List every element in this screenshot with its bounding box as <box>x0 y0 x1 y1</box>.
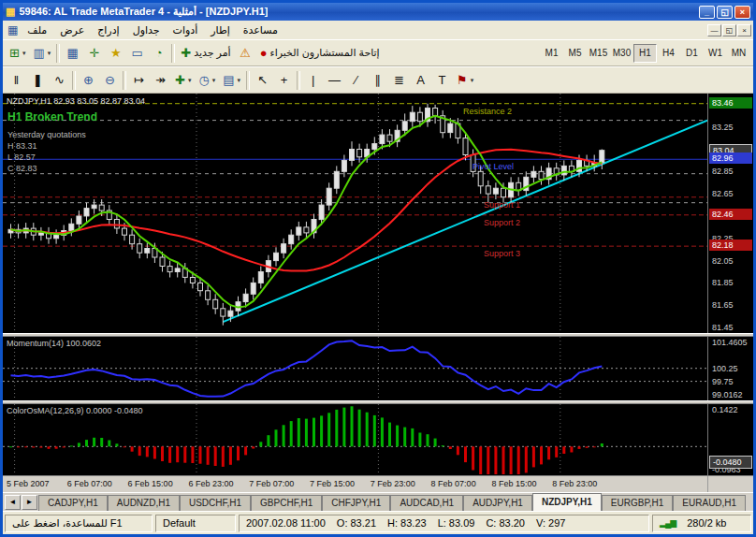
tab-audcad-h1[interactable]: AUDCAD,H1 <box>390 495 463 511</box>
arrows-button[interactable]: ⚑▾ <box>453 70 477 91</box>
tab-cadjpy-h1[interactable]: CADJPY,H1 <box>38 495 108 511</box>
expert-advisors-button[interactable]: ● إتاحة المستشارون الخبراء <box>256 43 384 64</box>
tab-audnzd-h1[interactable]: AUDNZD,H1 <box>108 495 180 511</box>
timeframe-d1-button[interactable]: D1 <box>680 44 704 63</box>
trendline-button[interactable]: ∕ <box>345 70 367 91</box>
new-order-button[interactable]: ✚ أمر جديد <box>177 43 234 64</box>
dropdown-arrow-icon: ▾ <box>48 50 51 57</box>
timeframe-h4-button[interactable]: H4 <box>657 44 680 63</box>
time-axis-label: 8 Feb 15:00 <box>491 479 536 488</box>
toolbar-separator <box>56 44 60 63</box>
profiles-button[interactable]: ▥▾ <box>29 43 54 64</box>
support-price-marker: 82.18 <box>709 239 752 251</box>
menu-item-0[interactable]: ملف <box>21 23 53 37</box>
time-axis-label: 6 Feb 15:00 <box>128 479 173 488</box>
time-axis-label: 5 Feb 2007 <box>7 479 50 488</box>
line-chart-button[interactable]: ∿ <box>49 70 70 91</box>
connection-traffic: 280/2 kb <box>687 517 726 529</box>
bar-chart-button[interactable]: ‖ <box>6 70 27 91</box>
timeframe-h1-button[interactable]: H1 <box>633 44 657 63</box>
tab-gbpchf-h1[interactable]: GBPCHF,H1 <box>251 495 322 511</box>
menu-item-1[interactable]: عرض <box>53 23 91 37</box>
strategy-tester-button[interactable]: ◔ <box>148 43 169 64</box>
time-axis-label: 7 Feb 23:00 <box>371 479 415 488</box>
auto-scroll-button[interactable]: ↦ <box>128 70 150 91</box>
menu-item-4[interactable]: أدوات <box>167 23 205 37</box>
templates-button[interactable]: ▤▾ <box>219 70 244 91</box>
tab-chfjpy-h1[interactable]: CHFJPY,H1 <box>322 495 390 511</box>
timeframe-mn-button[interactable]: MN <box>727 44 750 63</box>
new-chart-button[interactable]: ⊞▾ <box>6 43 29 64</box>
support-price-marker: 82.46 <box>709 209 752 220</box>
timeframe-m30-button[interactable]: M30 <box>610 44 633 63</box>
menu-item-5[interactable]: إطار <box>204 23 236 37</box>
status-profile[interactable]: Default <box>155 515 236 532</box>
close-button[interactable]: × <box>734 6 750 19</box>
time-axis-label: 6 Feb 23:00 <box>188 479 233 488</box>
candlestick-chart-icon: ❚ <box>33 74 43 86</box>
metaeditor-button[interactable]: ⚠ <box>235 43 256 64</box>
tab-audjpy-h1[interactable]: AUDJPY,H1 <box>463 495 532 511</box>
menu-item-6[interactable]: مساعدة <box>237 23 284 37</box>
candlestick-chart-button[interactable]: ❚ <box>27 70 49 91</box>
osma-indicator-label: ColorOsMA(12,26,9) 0.0000 -0.0480 <box>7 406 143 415</box>
timeframe-m1-button[interactable]: M1 <box>540 44 563 63</box>
price-scale[interactable]: 83.2583.0582.8582.6582.4582.2582.0581.85… <box>707 94 753 333</box>
osma-scale[interactable]: 0.1422-0.0963-0.0480 <box>707 404 753 475</box>
tab-euraud-h1[interactable]: EURAUD,H1 <box>673 495 746 511</box>
horizontal-line-button[interactable]: — <box>324 70 345 91</box>
data-window-button[interactable]: ✛ <box>83 43 105 64</box>
zoom-out-icon: ⊖ <box>105 74 115 86</box>
timeframe-m5-button[interactable]: M5 <box>563 44 587 63</box>
equidistant-channel-button[interactable]: ∥ <box>367 70 388 91</box>
time-axis-label: 8 Feb 07:00 <box>431 479 476 488</box>
mdi-restore-button[interactable]: ◱ <box>722 24 736 36</box>
price-tick-label: 82.85 <box>712 167 734 176</box>
minimize-button[interactable]: _ <box>699 6 715 19</box>
maximize-icon: ◱ <box>720 7 729 17</box>
timeframe-w1-button[interactable]: W1 <box>704 44 727 63</box>
tabs-scroll-right-button[interactable]: ► <box>22 495 37 510</box>
zoom-out-button[interactable]: ⊖ <box>99 70 121 91</box>
title-bar[interactable]: ▦ 59846: AL Trade MetaTrader 4 - أمثلية … <box>3 3 753 21</box>
yesterday-low-label: L 82.57 <box>7 152 86 163</box>
tab-eurgbp-h1[interactable]: EURGBP,H1 <box>602 495 674 511</box>
time-axis-label: 8 Feb 23:00 <box>552 479 597 488</box>
periods-button[interactable]: ◷▾ <box>195 70 219 91</box>
text-label-button[interactable]: T <box>431 70 453 91</box>
price-tick-label: 83.25 <box>712 123 734 132</box>
new-chart-icon: ⊞ <box>9 47 20 59</box>
time-axis[interactable]: 5 Feb 20076 Feb 07:006 Feb 15:006 Feb 23… <box>3 475 753 492</box>
status-connection: ▂▄▆ 280/2 kb <box>652 515 751 532</box>
expert-advisors-icon: ● <box>260 47 268 59</box>
maximize-button[interactable]: ◱ <box>717 6 733 19</box>
osma-canvas[interactable]: ColorOsMA(12,26,9) 0.0000 -0.0480 <box>3 404 707 475</box>
timeframe-m15-button[interactable]: M15 <box>587 44 610 63</box>
vertical-line-button[interactable]: | <box>302 70 324 91</box>
cursor-button[interactable]: ↖ <box>252 70 273 91</box>
fibonacci-button[interactable]: ≣ <box>388 70 410 91</box>
momentum-canvas[interactable]: Momentum(14) 100.0602 <box>3 337 707 400</box>
mdi-close-button[interactable]: × <box>737 24 751 36</box>
toolbar-separator <box>246 71 250 90</box>
crosshair-button[interactable]: + <box>273 70 295 91</box>
yesterday-high-label: H 83.31 <box>7 140 86 152</box>
tab-nzdjpy-h1[interactable]: NZDJPY,H1 <box>532 493 602 511</box>
zoom-in-button[interactable]: ⊕ <box>78 70 99 91</box>
menu-bar: ▦ ملفعرضإدراججداولأدواتإطارمساعدة — ◱ × <box>3 21 753 39</box>
market-watch-button[interactable]: ▦ <box>62 43 83 64</box>
tabs-scroll-left-button[interactable]: ◄ <box>5 495 21 510</box>
momentum-tick-label: 100.25 <box>712 364 738 373</box>
tab-usdchf-h1[interactable]: USDCHF,H1 <box>180 495 251 511</box>
main-chart-canvas[interactable]: NZDJPY,H1 82.93 83.05 82.87 83.04 H1 Bro… <box>3 94 707 333</box>
mdi-minimize-button[interactable]: — <box>707 24 721 36</box>
indicators-button[interactable]: ✚▾ <box>171 70 195 91</box>
status-high: H: 83.23 <box>387 517 427 529</box>
navigator-button[interactable]: ★ <box>105 43 126 64</box>
momentum-scale[interactable]: 101.4605100.2599.7599.0162 <box>707 337 753 400</box>
menu-item-2[interactable]: إدراج <box>91 23 125 37</box>
terminal-button[interactable]: ▭ <box>126 43 148 64</box>
menu-item-3[interactable]: جداول <box>126 23 167 37</box>
text-button[interactable]: A <box>410 70 431 91</box>
chart-shift-button[interactable]: ↠ <box>150 70 171 91</box>
